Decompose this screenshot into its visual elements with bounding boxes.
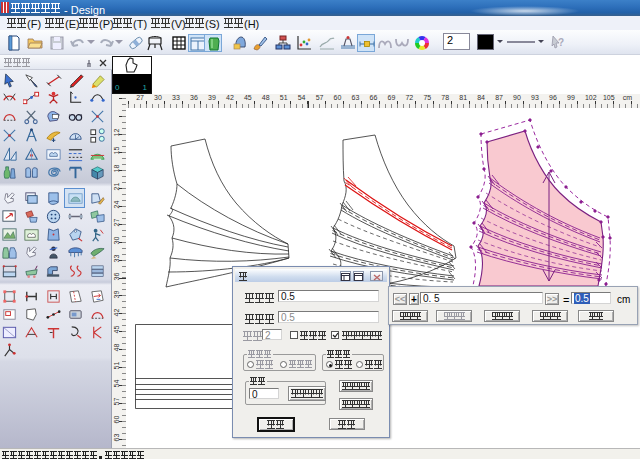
svg-text:?: ?: [558, 37, 564, 48]
